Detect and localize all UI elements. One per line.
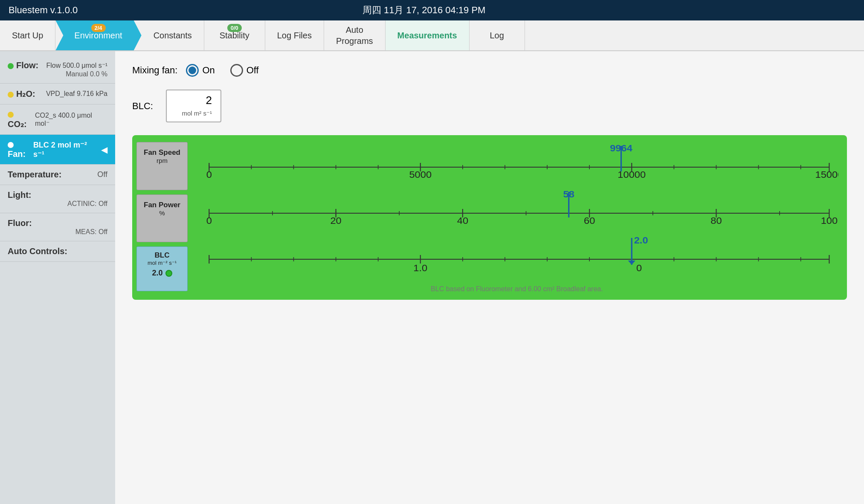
tab-autoprograms[interactable]: AutoPrograms xyxy=(324,20,386,50)
chart-area: Fan Speed rpm Fan Power % BLC mol m⁻² s⁻… xyxy=(132,135,847,300)
blc-chart-unit: mol m⁻² s⁻¹ xyxy=(139,260,186,266)
mixing-fan-off-option[interactable]: Off xyxy=(230,64,259,77)
h2o-value: VPD_leaf 9.716 kPa xyxy=(46,90,107,98)
svg-text:60: 60 xyxy=(584,215,595,226)
svg-text:40: 40 xyxy=(457,215,468,226)
fan-chevron-icon: ◀ xyxy=(101,145,107,155)
sidebar-item-h2o[interactable]: H₂O: VPD_leaf 9.716 kPa xyxy=(0,84,115,104)
fan-power-label-box: Fan Power % xyxy=(136,194,188,243)
app-title: Bluestem v.1.0.0 xyxy=(9,5,78,16)
svg-text:15000: 15000 xyxy=(815,169,838,180)
mixing-fan-on-radio[interactable] xyxy=(186,64,199,77)
autocontrols-label: Auto Controls: xyxy=(8,246,107,256)
blc-label: BLC: xyxy=(132,101,153,112)
h2o-label: H₂O: xyxy=(16,89,35,98)
datetime: 周四 11月 17, 2016 04:19 PM xyxy=(362,4,486,17)
svg-text:2.0: 2.0 xyxy=(634,236,648,246)
svg-marker-67 xyxy=(628,261,635,265)
tab-constants[interactable]: Constants xyxy=(142,20,204,50)
fan-power-unit: % xyxy=(139,209,186,217)
flow-label: Flow: xyxy=(16,61,38,70)
blc-green-dot xyxy=(165,270,172,277)
sidebar-item-autocontrols[interactable]: Auto Controls: xyxy=(0,241,115,262)
light-actinic-value: ACTINIC: Off xyxy=(8,200,107,208)
svg-text:0: 0 xyxy=(206,215,212,226)
nav-tabs: Start Up 2/4 Environment Constants 0/0 S… xyxy=(0,20,864,51)
co2-label: CO₂: xyxy=(8,119,27,129)
fan-speed-label: Fan Speed xyxy=(139,148,186,157)
stability-badge: 0/0 xyxy=(227,24,242,32)
sidebar: Flow: Flow 500.0 μmol s⁻¹ Manual 0.0 % H… xyxy=(0,51,115,504)
svg-text:1.0: 1.0 xyxy=(413,263,427,273)
mixing-fan-off-label: Off xyxy=(246,65,259,76)
tab-startup[interactable]: Start Up xyxy=(0,20,55,50)
mixing-fan-on-label: On xyxy=(202,65,215,76)
fan-speed-chart: 0 5000 xyxy=(195,142,838,185)
chart-labels-column: Fan Speed rpm Fan Power % BLC mol m⁻² s⁻… xyxy=(136,142,188,293)
co2-dot xyxy=(8,112,14,118)
svg-text:0: 0 xyxy=(206,169,212,180)
blc-dot-value: 2.0 xyxy=(152,269,162,278)
fan-speed-label-box: Fan Speed rpm xyxy=(136,142,188,190)
fan-power-chart: 0 20 40 60 xyxy=(195,188,838,232)
environment-badge: 2/4 xyxy=(91,24,105,32)
sidebar-item-light[interactable]: Light: ACTINIC: Off xyxy=(0,185,115,213)
fan-power-label: Fan Power xyxy=(139,201,186,209)
content-area: Mixing fan: On Off BLC: 2 mol m² s⁻¹ xyxy=(115,51,864,504)
mixing-fan-on-option[interactable]: On xyxy=(186,64,215,77)
svg-text:0: 0 xyxy=(636,263,642,273)
fan-dot xyxy=(8,142,14,148)
flow-sub-value: Manual 0.0 % xyxy=(8,70,107,78)
blc-unit: mol m² s⁻¹ xyxy=(182,110,212,117)
sidebar-item-co2[interactable]: CO₂: CO2_s 400.0 μmol mol⁻ xyxy=(0,104,115,135)
tab-logfiles[interactable]: Log Files xyxy=(265,20,324,50)
co2-value: CO2_s 400.0 μmol mol⁻ xyxy=(35,112,107,127)
mixing-fan-off-radio[interactable] xyxy=(230,64,243,77)
temperature-label: Temperature: xyxy=(8,170,61,180)
tab-log[interactable]: Log xyxy=(470,20,525,50)
svg-text:100: 100 xyxy=(821,215,838,226)
mixing-fan-row: Mixing fan: On Off xyxy=(132,64,847,77)
tab-environment[interactable]: 2/4 Environment xyxy=(55,20,141,50)
svg-text:58: 58 xyxy=(563,190,575,200)
blc-svg: 1.0 0 xyxy=(195,236,838,278)
svg-text:5000: 5000 xyxy=(409,169,432,180)
blc-chart: 1.0 0 xyxy=(195,234,838,282)
fan-speed-unit: rpm xyxy=(139,157,186,164)
top-bar: Bluestem v.1.0.0 周四 11月 17, 2016 04:19 P… xyxy=(0,0,864,20)
fan-value: BLC 2 mol m⁻² s⁻¹ xyxy=(33,140,98,159)
svg-text:20: 20 xyxy=(330,215,341,226)
charts-container: 0 5000 xyxy=(191,142,838,293)
blc-dot-value-row: 2.0 xyxy=(139,269,186,278)
chart-footer: BLC based on Fluorometer and 6.00 cm² Br… xyxy=(195,285,838,293)
fan-speed-svg: 0 5000 xyxy=(195,144,838,182)
mixing-fan-radio-group: On Off xyxy=(186,64,258,77)
fluor-label: Fluor: xyxy=(8,218,107,228)
sidebar-item-temperature[interactable]: Temperature: Off xyxy=(0,165,115,185)
fan-label: Fan: xyxy=(8,149,26,159)
blc-chart-label: BLC xyxy=(139,251,186,260)
temperature-value: Off xyxy=(97,170,107,179)
sidebar-item-fan[interactable]: Fan: BLC 2 mol m⁻² s⁻¹ ◀ xyxy=(0,135,115,165)
sidebar-item-flow[interactable]: Flow: Flow 500.0 μmol s⁻¹ Manual 0.0 % xyxy=(0,55,115,84)
tab-stability[interactable]: 0/0 Stability xyxy=(204,20,265,50)
blc-value: 2 xyxy=(175,94,212,107)
svg-text:10000: 10000 xyxy=(618,169,646,180)
main-layout: Flow: Flow 500.0 μmol s⁻¹ Manual 0.0 % H… xyxy=(0,51,864,504)
blc-row: BLC: 2 mol m² s⁻¹ xyxy=(132,90,847,122)
svg-text:9964: 9964 xyxy=(610,144,632,154)
mixing-fan-label: Mixing fan: xyxy=(132,65,177,76)
flow-dot xyxy=(8,63,14,69)
h2o-dot xyxy=(8,92,14,98)
blc-label-box: BLC mol m⁻² s⁻¹ 2.0 xyxy=(136,246,188,291)
fluor-meas-value: MEAS: Off xyxy=(8,228,107,236)
sidebar-item-fluor[interactable]: Fluor: MEAS: Off xyxy=(0,213,115,241)
light-label: Light: xyxy=(8,190,107,200)
tab-measurements[interactable]: Measurements xyxy=(386,20,470,50)
blc-input[interactable]: 2 mol m² s⁻¹ xyxy=(166,90,221,122)
svg-text:80: 80 xyxy=(710,215,722,226)
flow-top-value: Flow 500.0 μmol s⁻¹ xyxy=(46,61,107,70)
fan-power-svg: 0 20 40 60 xyxy=(195,190,838,228)
